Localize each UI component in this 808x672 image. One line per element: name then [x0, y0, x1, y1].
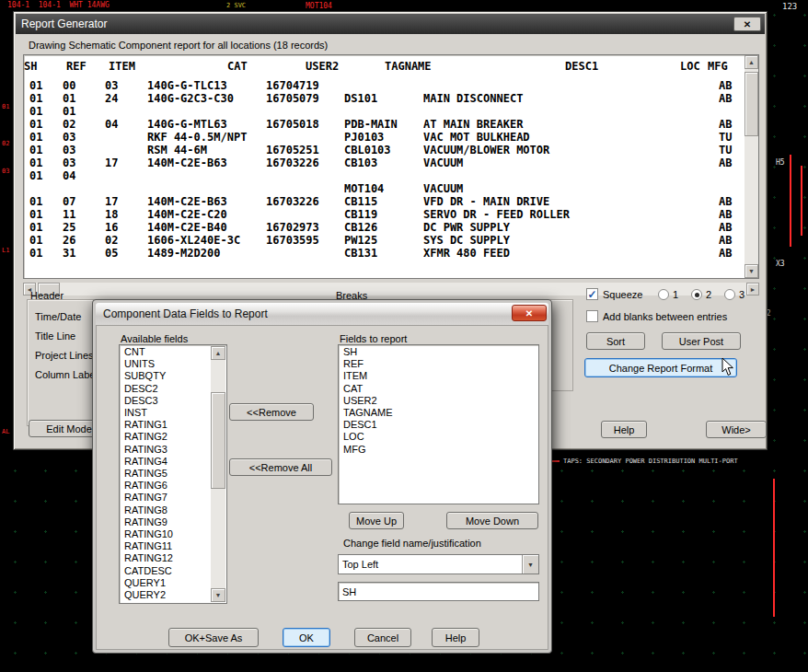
list-item[interactable]: ITEM: [340, 370, 537, 382]
list-item[interactable]: LOC: [340, 431, 537, 443]
justification-dropdown[interactable]: Top Left ▼: [338, 554, 539, 574]
user-post-button[interactable]: User Post: [662, 332, 741, 350]
scroll-down-button[interactable]: ▼: [211, 588, 225, 602]
column-header: CAT: [227, 57, 306, 75]
scroll-down-button[interactable]: ▼: [745, 264, 758, 278]
list-item[interactable]: RATING10: [121, 528, 211, 540]
ok-button[interactable]: OK: [283, 628, 330, 647]
table-row[interactable]: MOT104VACUUM: [24, 182, 744, 195]
table-row[interactable]: 0101: [24, 105, 744, 118]
list-item[interactable]: RATING4: [121, 456, 211, 468]
list-item[interactable]: CATDESC: [121, 565, 211, 577]
right-arrow-icon: ►: [750, 286, 756, 293]
list-item[interactable]: RATING5: [121, 468, 211, 480]
cad-text-fragment: 123: [782, 2, 797, 11]
list-item[interactable]: CNT: [121, 346, 211, 358]
fields-to-report-items: SHREFITEMCATUSER2TAGNAMEDESC1LOCMFG: [340, 346, 537, 503]
table-row[interactable]: 010003140G-G-TLC1316704719AB: [24, 79, 744, 92]
report-generator-titlebar[interactable]: Report Generator ✕: [16, 14, 765, 34]
ok-save-as-button[interactable]: OK+Save As: [168, 628, 259, 647]
list-item[interactable]: MFG: [340, 444, 537, 456]
cell-cat: 140M-C2E-B63: [147, 195, 266, 208]
squeeze-checkbox[interactable]: ✓: [586, 288, 598, 300]
table-row[interactable]: 0126021606-XL240E-3C16703595PW125SYS DC …: [24, 234, 744, 247]
scroll-thumb[interactable]: [745, 72, 758, 136]
add-blanks-checkbox[interactable]: [586, 310, 598, 322]
list-item[interactable]: RATING11: [121, 540, 211, 552]
move-down-button[interactable]: Move Down: [446, 512, 538, 529]
table-row[interactable]: 010717140M-C2E-B6316703226CB115VFD DR - …: [24, 195, 744, 208]
list-item[interactable]: RATING12: [121, 552, 211, 564]
table-row[interactable]: 010204140G-G-MTL6316705018PDB-MAINAT MAI…: [24, 118, 744, 131]
table-row[interactable]: 010317140M-C2E-B6316703226CB103VACUUMAB: [24, 156, 744, 169]
change-report-format-button[interactable]: Change Report Format: [584, 358, 737, 377]
list-item[interactable]: RATING3: [121, 444, 211, 456]
list-item[interactable]: DESC3: [121, 395, 211, 407]
dropdown-button[interactable]: ▼: [522, 555, 538, 574]
list-item[interactable]: QUERY2: [121, 589, 211, 601]
cell-item: 17: [105, 195, 147, 208]
close-button[interactable]: ✕: [512, 305, 547, 321]
list-item[interactable]: TAGNAME: [340, 407, 537, 419]
cell-mfg: AB: [719, 221, 744, 234]
cell-ref: [63, 182, 105, 195]
list-item[interactable]: RATING1: [121, 419, 211, 431]
fields-dialog-titlebar[interactable]: Component Data Fields to Report ✕: [96, 303, 548, 325]
list-item[interactable]: DESC1: [340, 419, 537, 431]
fields-dialog-body: Available fields CNTUNITSSUBQTYDESC2DESC…: [96, 325, 548, 650]
list-item[interactable]: DESC2: [121, 383, 211, 395]
scroll-thumb[interactable]: [211, 392, 225, 489]
squeeze-radio-1[interactable]: [658, 289, 669, 300]
list-item[interactable]: RATING6: [121, 480, 211, 492]
scroll-up-button[interactable]: ▲: [211, 346, 225, 360]
cancel-button[interactable]: Cancel: [354, 628, 411, 647]
table-row[interactable]: 0131051489-M2D200CB131XFMR 480 FEEDAB: [24, 247, 744, 260]
cell-ref: 04: [63, 169, 105, 182]
list-item[interactable]: SUBQTY: [121, 370, 211, 382]
list-item[interactable]: REF: [340, 358, 537, 370]
sort-button[interactable]: Sort: [586, 332, 645, 350]
cell-ref: 31: [63, 247, 105, 260]
help-button[interactable]: Help: [432, 628, 479, 647]
table-horizontal-scrollbar[interactable]: ◄ ►: [23, 283, 759, 295]
cell-mfg: [719, 105, 744, 118]
scroll-right-button[interactable]: ►: [746, 283, 759, 295]
cell-sh: 01: [24, 221, 63, 234]
change-field-group-label: Change field name/justification: [343, 538, 481, 549]
fields-to-report-listbox[interactable]: SHREFITEMCATUSER2TAGNAMEDESC1LOCMFG: [338, 344, 539, 504]
table-row[interactable]: 010124140G-G2C3-C3016705079DS101MAIN DIS…: [24, 92, 744, 105]
help-button[interactable]: Help: [601, 421, 647, 438]
list-item[interactable]: RATING7: [121, 492, 211, 504]
listbox-scrollbar[interactable]: ▲ ▼: [211, 346, 225, 602]
cell-sh: 01: [24, 247, 63, 260]
table-row[interactable]: 0103RSM 44-6M16705251CBL0103VACUUM/BLOWE…: [24, 144, 744, 156]
remove-all-button[interactable]: <<Remove All: [229, 458, 332, 476]
wide-button[interactable]: Wide>: [706, 421, 767, 438]
scroll-up-button[interactable]: ▲: [745, 55, 758, 69]
cell-desc1: VFD DR - MAIN DRIVE: [423, 195, 604, 208]
cell-tagname: [344, 169, 423, 182]
cell-loc: [604, 234, 719, 247]
close-button[interactable]: ✕: [733, 17, 761, 31]
list-item[interactable]: CAT: [340, 383, 537, 395]
squeeze-radio-3[interactable]: [724, 289, 735, 300]
table-body[interactable]: 010003140G-G-TLC1316704719AB 010124140G-…: [24, 79, 744, 278]
table-row[interactable]: 011118140M-C2E-C20CB119SERVO DR - FEED R…: [24, 208, 744, 221]
table-row[interactable]: 0103RKF 44-0.5M/NPTPJ0103VAC MOT BULKHEA…: [24, 131, 744, 144]
list-item[interactable]: RATING8: [121, 504, 211, 516]
table-row[interactable]: 0104: [24, 169, 744, 182]
remove-button[interactable]: <<Remove: [229, 403, 314, 421]
available-fields-listbox[interactable]: CNTUNITSSUBQTYDESC2DESC3INSTRATING1RATIN…: [119, 344, 227, 604]
list-item[interactable]: RATING9: [121, 516, 211, 528]
list-item[interactable]: UNITS: [121, 358, 211, 370]
table-row[interactable]: 012516140M-C2E-B4016702973CB126DC PWR SU…: [24, 221, 744, 234]
move-up-button[interactable]: Move Up: [349, 512, 404, 529]
list-item[interactable]: USER2: [340, 395, 537, 407]
squeeze-radio-2[interactable]: [691, 289, 702, 300]
table-vertical-scrollbar[interactable]: ▲ ▼: [745, 55, 758, 278]
list-item[interactable]: RATING2: [121, 431, 211, 443]
field-name-input[interactable]: [338, 582, 539, 601]
list-item[interactable]: QUERY1: [121, 577, 211, 589]
list-item[interactable]: SH: [340, 346, 537, 358]
list-item[interactable]: INST: [121, 407, 211, 419]
